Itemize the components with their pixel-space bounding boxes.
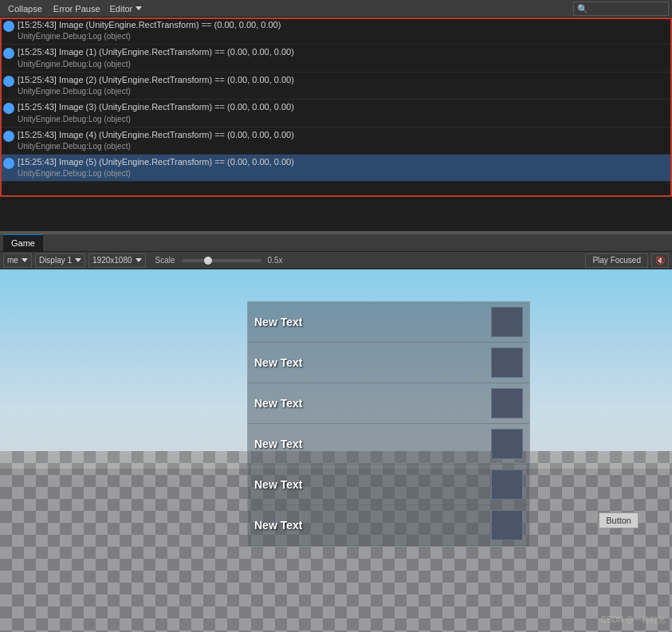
canvas-row-image <box>491 429 523 459</box>
canvas-panel: New TextNew TextNew TextNew TextNew Text… <box>247 301 530 547</box>
collapse-button[interactable]: Collapse <box>3 1 47 17</box>
game-ui-button[interactable]: Button <box>599 512 639 528</box>
log-icon <box>3 158 14 169</box>
canvas-row-text: New Text <box>254 519 491 532</box>
game-view: New TextNew TextNew TextNew TextNew Text… <box>0 269 672 632</box>
log-text: [15:25:43] Image (4) (UnityEngine.RectTr… <box>18 129 669 152</box>
canvas-row-text: New Text <box>254 397 491 410</box>
console-panel: [15:25:43] Image (UnityEngine.RectTransf… <box>0 18 672 233</box>
canvas-row: New Text <box>248 465 529 505</box>
canvas-row: New Text <box>248 505 529 546</box>
editor-label: Editor <box>110 4 133 14</box>
canvas-row: New Text <box>248 302 529 343</box>
editor-dropdown[interactable]: Editor <box>107 1 146 17</box>
error-pause-button[interactable]: Error Pause <box>49 1 105 17</box>
display-select[interactable]: Display 1 <box>35 253 85 268</box>
game-toolbar: me Display 1 1920x1080 Scale 0.5x Play F… <box>0 252 672 269</box>
canvas-row-image <box>491 307 523 337</box>
search-input[interactable] <box>573 2 669 16</box>
display-label: Display 1 <box>39 256 72 265</box>
canvas-row-image <box>491 469 523 500</box>
csdn-watermark: CSDN @一种时光 <box>601 614 666 626</box>
canvas-row-image <box>491 347 523 378</box>
aspect-label: me <box>7 256 18 265</box>
top-toolbar: Collapse Error Pause Editor <box>0 0 672 18</box>
scale-value: 0.5x <box>268 256 283 265</box>
canvas-row-text: New Text <box>254 356 491 369</box>
editor-dropdown-arrow <box>136 6 142 10</box>
log-icon <box>3 21 14 32</box>
log-item[interactable]: [15:25:43] Image (5) (UnityEngine.RectTr… <box>0 155 672 182</box>
scale-thumb <box>204 257 212 265</box>
canvas-row: New Text <box>248 383 529 424</box>
canvas-row-image <box>491 388 523 418</box>
log-text: [15:25:43] Image (3) (UnityEngine.RectTr… <box>18 101 669 124</box>
canvas-row-text: New Text <box>254 316 491 328</box>
log-icon <box>3 76 14 87</box>
scale-slider[interactable] <box>182 259 261 262</box>
log-text: [15:25:43] Image (5) (UnityEngine.RectTr… <box>18 156 669 179</box>
log-icon <box>3 131 14 142</box>
log-item[interactable]: [15:25:43] Image (2) (UnityEngine.RectTr… <box>0 73 672 100</box>
canvas-row-text: New Text <box>254 478 491 491</box>
log-icon <box>3 48 14 59</box>
log-text: [15:25:43] Image (UnityEngine.RectTransf… <box>18 19 669 42</box>
log-item[interactable]: [15:25:43] Image (UnityEngine.RectTransf… <box>0 18 672 45</box>
resolution-label: 1920x1080 <box>92 256 132 265</box>
play-focused-button[interactable]: Play Focused <box>585 253 648 268</box>
log-text: [15:25:43] Image (2) (UnityEngine.RectTr… <box>18 74 669 97</box>
log-item[interactable]: [15:25:43] Image (1) (UnityEngine.RectTr… <box>0 45 672 72</box>
canvas-row-text: New Text <box>254 438 491 450</box>
resolution-dropdown-arrow <box>136 258 142 262</box>
aspect-dropdown-arrow <box>22 258 28 262</box>
game-tab[interactable]: Game <box>3 234 43 252</box>
aspect-select[interactable]: me <box>3 253 32 268</box>
log-text: [15:25:43] Image (1) (UnityEngine.RectTr… <box>18 46 669 69</box>
scale-label: Scale <box>155 256 175 265</box>
log-item[interactable]: [15:25:43] Image (3) (UnityEngine.RectTr… <box>0 100 672 127</box>
canvas-row-image <box>491 510 523 540</box>
display-dropdown-arrow <box>75 258 81 262</box>
log-icon <box>3 103 14 114</box>
log-item[interactable]: [15:25:43] Image (4) (UnityEngine.RectTr… <box>0 128 672 155</box>
game-tab-bar: Game <box>0 234 672 252</box>
canvas-row: New Text <box>248 424 529 465</box>
console-log-area[interactable]: [15:25:43] Image (UnityEngine.RectTransf… <box>0 18 672 231</box>
resolution-select[interactable]: 1920x1080 <box>88 253 146 268</box>
canvas-row: New Text <box>248 343 529 383</box>
mute-button[interactable]: 🔇 <box>651 253 669 268</box>
